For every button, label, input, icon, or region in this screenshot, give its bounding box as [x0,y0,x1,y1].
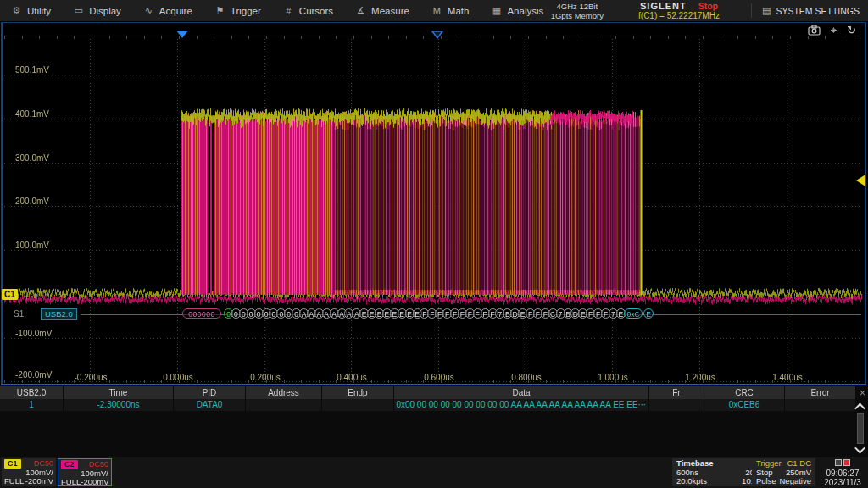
scrollbar-track[interactable] [857,413,864,444]
cursors-icon: # [283,6,294,16]
channel-box-c2[interactable]: C2 DC50 100mV/ FULL -200mV [58,458,112,486]
memory-label: 1Gpts Memory [551,11,604,20]
clock-block: 09:06:27 2023/11/3 [817,458,868,486]
channel-bandwidth: FULL [4,477,24,486]
decode-crc-bubble: E [643,308,654,319]
system-settings-icon: ▤ [762,5,771,16]
bus-type-badge[interactable]: USB2.0 [41,308,77,320]
table-header-address[interactable]: Address [246,386,322,399]
scroll-up-button[interactable] [853,400,866,413]
grid-bottom-border [1,384,866,385]
network-status-icon[interactable] [835,459,850,467]
channel-coupling: DC50 [89,460,108,469]
decode-table-data-row[interactable]: 1-2.30000nsDATA00x00 00 00 00 00 00 00 0… [0,399,856,411]
x-axis-label: 1.400us [772,373,803,382]
table-cell [649,399,704,411]
table-header-endp[interactable]: Endp [322,386,394,399]
math-icon: M [431,6,442,16]
scroll-down-button[interactable] [853,442,866,456]
timebase-points: 20.0kpts [676,477,707,486]
system-settings-label: SYSTEM SETTINGS [776,6,860,16]
scope-corner-toolbar: ⌖ ↻ [808,25,856,36]
decode-pid-bubble: 000000 [182,308,221,319]
channel1-zero-marker[interactable]: C1 [2,289,18,300]
channel-coupling: DC50 [34,459,53,469]
x-axis-label: 0.200us [250,373,281,382]
menu-item-math[interactable]: MMath [420,0,481,21]
menu-item-analysis[interactable]: ▦Analysis [480,0,554,21]
x-axis-label: 1.000us [598,373,628,382]
x-axis-label: -0.200us [75,373,108,382]
trigger-type: Pulse [756,477,776,486]
serial-decode-label: S1 [14,309,24,319]
acquisition-state: Stop [698,2,718,11]
menu-item-utility[interactable]: ⚙Utility [0,0,62,21]
x-axis-label: 0.600us [424,373,454,382]
x-axis-label: 0.000us [163,373,193,382]
y-axis-label: 400.1mV [15,109,49,119]
trigger-box[interactable]: Trigger C1 DC Stop 250mV Pulse Negative [752,458,815,486]
channel-chip: C1 [4,459,21,469]
top-right-status: 4GHz 12Bit 1Gpts Memory SIGLENT Stop f(C… [551,0,868,21]
timebase-title: Timebase [676,459,714,469]
menu-list: ⚙Utility▭Display∿Acquire⚑Trigger#Cursors… [0,0,554,21]
menu-item-acquire[interactable]: ∿Acquire [132,0,203,21]
channel-offset: -200mV [81,478,108,487]
channel-box-c1[interactable]: C1 DC50 100mV/ FULL -200mV [2,458,56,486]
delay-position-marker[interactable] [431,30,443,39]
trigger-title: Trigger [756,459,782,469]
menu-item-measure[interactable]: ∡Measure [344,0,420,21]
channel-chip: C2 [61,460,78,469]
channel-bandwidth: FULL [61,478,81,487]
table-header-crc[interactable]: CRC [704,386,785,399]
trigger-level-arrow[interactable] [856,175,865,186]
menu-item-display[interactable]: ▭Display [62,0,132,21]
display-icon: ▭ [73,5,84,16]
x-axis-label: 0.400us [337,373,367,382]
channel1-zero-label: 0.0 mV [23,289,50,298]
bandwidth-label: 4GHz 12Bit [551,2,604,11]
table-scrollbar [853,400,866,456]
table-cell: 0x00 00 00 00 00 00 00 00 00 AA AA AA AA… [394,399,649,411]
y-axis-label: -100.0mV [15,329,52,338]
top-menu-bar: ⚙Utility▭Display∿Acquire⚑Trigger#Cursors… [0,0,868,22]
clock-date: 2023/11/3 [817,478,868,487]
x-axis-label: 1.200us [685,373,715,382]
acquire-icon: ∿ [143,5,154,16]
table-close-icon[interactable]: × [860,388,865,398]
frequency-counter: f(C1) = 52.22217MHz [615,11,743,20]
waveform-canvas[interactable] [1,22,865,384]
decode-crc-bubble: 0xC [624,308,643,319]
utility-icon: ⚙ [11,5,22,16]
system-settings-button[interactable]: ▤ SYSTEM SETTINGS [751,3,868,19]
table-cell: 0xCEB6 [704,399,785,411]
table-cell: DATA0 [174,399,246,411]
table-header-fr[interactable]: Fr [649,386,704,399]
table-cell [246,399,322,411]
table-cell [785,399,856,411]
move-crosshair-icon[interactable]: ⌖ [831,25,837,36]
menu-item-trigger[interactable]: ⚑Trigger [203,0,272,21]
table-header-pid[interactable]: PID [174,386,246,399]
table-cell [322,399,394,411]
table-header-error[interactable]: Error [785,386,856,399]
measure-icon: ∡ [355,5,366,16]
y-axis-label: 300.0mV [15,153,49,163]
decode-result-table: USB2.0TimePIDAddressEndpDataFrCRCError 1… [0,386,868,458]
trigger-slope: Negative [780,477,812,486]
trigger-position-marker[interactable] [176,30,188,38]
screenshot-camera-icon[interactable] [808,25,821,36]
table-header-data[interactable]: Data [394,386,649,399]
table-header-time[interactable]: Time [64,386,174,399]
y-axis-label: -200.0mV [15,370,52,380]
brand-logo: SIGLENT [640,2,687,11]
decode-table-header-row: USB2.0TimePIDAddressEndpDataFrCRCError [0,386,856,399]
bottom-status-bar: C1 DC50 100mV/ FULL -200mVC2 DC50 100mV/… [0,458,868,488]
scope-capabilities: 4GHz 12Bit 1Gpts Memory [551,2,604,20]
menu-item-cursors[interactable]: #Cursors [272,0,344,21]
table-header-usb20[interactable]: USB2.0 [0,386,64,399]
y-axis-label: 500.1mV [15,65,49,75]
refresh-rotate-icon[interactable]: ↻ [847,25,856,36]
table-cell: -2.30000ns [64,399,174,411]
brand-block: SIGLENT Stop f(C1) = 52.22217MHz [615,2,743,20]
